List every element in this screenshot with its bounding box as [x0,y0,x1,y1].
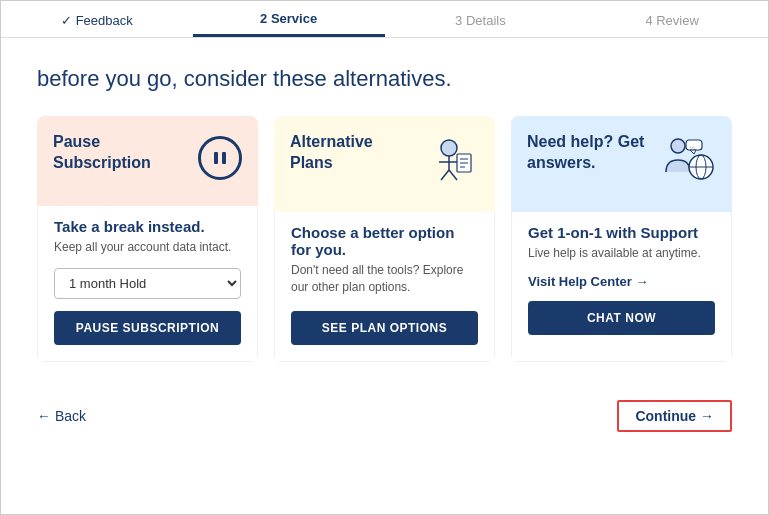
svg-line-6 [449,170,457,180]
pause-card-top: Pause Subscription [37,116,258,206]
svg-rect-1 [222,152,226,164]
alt-body-main: Choose a better option for you. [291,224,478,258]
alt-card-top: Alternative Plans [274,116,495,212]
svg-point-11 [671,139,685,153]
step-details[interactable]: 3 Details [385,13,577,36]
step-review[interactable]: 4 Review [576,13,768,36]
visit-help-center-link[interactable]: Visit Help Center → [528,274,715,289]
svg-rect-0 [214,152,218,164]
help-card: Need help? Get answers. ... [511,116,732,362]
alt-plans-illustration [419,132,479,196]
help-body-sub: Live help is available at anytime. [528,245,715,262]
pause-card-title: Pause Subscription [53,132,190,174]
help-illustration: ... [656,132,716,196]
alternative-plans-card: Alternative Plans [274,116,495,362]
pause-subscription-card: Pause Subscription Take a break instead.… [37,116,258,362]
pause-icon [198,136,242,180]
alt-body-sub: Don't need all the tools? Explore our ot… [291,262,478,296]
pause-card-body: Take a break instead. Keep all your acco… [37,206,258,362]
chat-now-button[interactable]: CHAT NOW [528,301,715,335]
alt-card-title: Alternative Plans [290,132,419,174]
pause-body-sub: Keep all your account data intact. [54,239,241,256]
svg-marker-16 [690,150,696,154]
continue-button[interactable]: Continue → [617,400,732,432]
alternatives-cards: Pause Subscription Take a break instead.… [37,116,732,362]
svg-text:...: ... [690,143,695,149]
see-plan-options-button[interactable]: SEE PLAN OPTIONS [291,311,478,345]
back-button[interactable]: ← Back [37,408,86,424]
help-body-main: Get 1-on-1 with Support [528,224,715,241]
step-feedback[interactable]: ✓ Feedback [1,13,193,36]
hold-duration-select[interactable]: 1 month Hold 2 month Hold 3 month Hold [54,268,241,299]
step-service-label: 2 Service [252,11,325,26]
step-details-label: 3 Details [447,13,514,28]
help-card-title: Need help? Get answers. [527,132,656,174]
svg-point-2 [441,140,457,156]
help-card-top: Need help? Get answers. ... [511,116,732,212]
footer: ← Back Continue → [1,386,768,444]
pause-body-main: Take a break instead. [54,218,241,235]
main-content: before you go, consider these alternativ… [1,38,768,378]
step-review-label: 4 Review [637,13,706,28]
page-headline: before you go, consider these alternativ… [37,66,732,92]
help-card-body: Get 1-on-1 with Support Live help is ava… [511,212,732,362]
step-service[interactable]: 2 Service [193,11,385,37]
svg-line-5 [441,170,449,180]
alt-card-body: Choose a better option for you. Don't ne… [274,212,495,362]
stepper: ✓ Feedback 2 Service 3 Details 4 Review [1,1,768,38]
pause-subscription-button[interactable]: PAUSE SUBSCRIPTION [54,311,241,345]
step-feedback-label: ✓ Feedback [53,13,141,28]
